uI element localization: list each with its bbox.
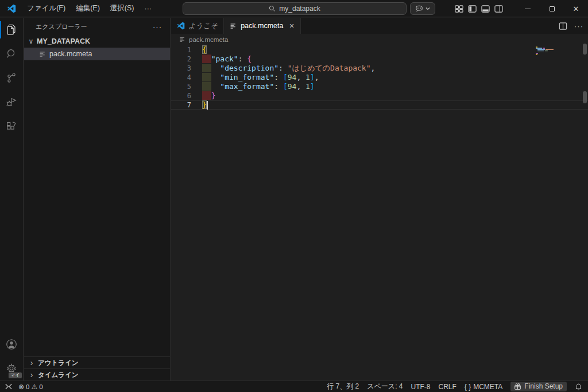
minimize-button[interactable]	[516, 0, 540, 17]
error-count: 0	[26, 383, 29, 390]
code-editor[interactable]: 1{2 "pack": {3 "description": "はじめてのData…	[171, 45, 588, 110]
code-line[interactable]: 4 "min_format": [94, 1],	[171, 73, 588, 82]
titlebar: ファイル(F) 編集(E) 選択(S) ··· ← → my_datapack	[0, 0, 588, 17]
minimap[interactable]	[536, 46, 554, 55]
error-icon: ⊗	[18, 383, 24, 391]
file-lines-icon	[39, 51, 47, 58]
code-line[interactable]: 1{	[171, 45, 588, 55]
file-lines-icon	[179, 36, 186, 43]
close-button[interactable]: ✕	[564, 0, 588, 17]
encoding-indicator[interactable]: UTF-8	[411, 383, 430, 391]
menu-edit[interactable]: 編集(E)	[71, 1, 105, 15]
vscode-window: ファイル(F) 編集(E) 選択(S) ··· ← → my_datapack	[0, 0, 588, 392]
finish-setup-button[interactable]: Finish Setup	[510, 382, 567, 391]
vscode-logo	[7, 4, 16, 13]
breadcrumb[interactable]: pack.mcmeta	[171, 34, 588, 45]
search-value: my_datapack	[279, 5, 320, 13]
section-timeline[interactable]: › タイムライン	[24, 368, 170, 381]
settings-button[interactable]: マイ	[0, 356, 24, 381]
workspace-name: MY_DATAPACK	[37, 37, 90, 45]
line-number: 7	[171, 100, 202, 110]
search-icon	[5, 48, 18, 60]
section-label: アウトライン	[38, 359, 79, 367]
line-number: 1	[171, 45, 202, 55]
activity-source-control[interactable]	[0, 66, 24, 90]
activity-bar: マイ	[0, 18, 24, 381]
overview-ruler-mark	[583, 91, 587, 103]
workspace-root-folder[interactable]: ∨ MY_DATAPACK	[24, 35, 170, 48]
code-line[interactable]: 6 }	[171, 91, 588, 100]
maximize-button[interactable]	[540, 0, 564, 17]
split-editor-icon[interactable]	[559, 22, 567, 30]
code-line[interactable]: 2 "pack": {	[171, 55, 588, 64]
line-number: 3	[171, 64, 202, 73]
indentation-indicator[interactable]: スペース: 4	[367, 382, 403, 391]
line-number: 2	[171, 55, 202, 64]
toggle-panel-icon[interactable]	[481, 5, 490, 13]
tab-label: pack.mcmeta	[241, 22, 283, 30]
activity-run-debug[interactable]	[0, 90, 24, 114]
toggle-primary-sidebar-icon[interactable]	[468, 5, 477, 13]
language-label: MCMETA	[473, 383, 502, 391]
warning-count: 0	[39, 383, 42, 390]
search-icon	[269, 5, 276, 12]
line-number: 6	[171, 91, 202, 100]
profile-badge: マイ	[8, 372, 22, 379]
chevron-down-icon: ∨	[26, 37, 36, 45]
toggle-secondary-sidebar-icon[interactable]	[494, 5, 503, 13]
overview-ruler-mark	[583, 44, 587, 55]
notifications-bell-icon[interactable]	[575, 383, 582, 391]
customize-layout-icon[interactable]	[455, 5, 463, 13]
files-icon	[5, 24, 18, 36]
accounts-button[interactable]	[0, 332, 24, 356]
command-center-search[interactable]: my_datapack	[183, 2, 407, 15]
sidebar-title: エクスプローラー	[36, 22, 149, 31]
remote-indicator-icon[interactable]	[5, 383, 13, 390]
copilot-button[interactable]	[410, 2, 435, 15]
menu-selection[interactable]: 選択(S)	[105, 1, 140, 15]
editor-group: ようこそ pack.mcmeta ✕ ···	[171, 18, 588, 381]
activity-explorer[interactable]	[0, 18, 24, 42]
activity-extensions[interactable]	[0, 114, 24, 138]
source-control-icon	[5, 72, 18, 84]
chevron-down-icon	[425, 7, 430, 10]
vscode-logo-icon	[177, 22, 185, 30]
extensions-icon	[5, 120, 18, 133]
menu-file[interactable]: ファイル(F)	[22, 1, 71, 15]
explorer-sidebar: エクスプローラー ··· ∨ MY_DATAPACK pack.mcmeta ›…	[24, 18, 171, 381]
copilot-icon	[415, 5, 423, 12]
chevron-right-icon: ›	[28, 358, 36, 367]
menu-more[interactable]: ···	[139, 2, 157, 15]
language-mode-indicator[interactable]: { } MCMETA	[465, 383, 502, 391]
code-lines: 1{2 "pack": {3 "description": "はじめてのData…	[171, 45, 588, 110]
line-number: 5	[171, 82, 202, 91]
account-icon	[5, 338, 18, 351]
cursor-position-indicator[interactable]: 行 7、列 2	[327, 382, 359, 391]
text-cursor	[207, 101, 208, 110]
code-line[interactable]: 5 "max_format": [94, 1]	[171, 82, 588, 91]
editor-more-actions[interactable]: ···	[574, 22, 583, 30]
activity-search[interactable]	[0, 42, 24, 66]
file-name: pack.mcmeta	[49, 50, 92, 58]
tab-bar: ようこそ pack.mcmeta ✕ ···	[171, 18, 588, 34]
line-number: 4	[171, 73, 202, 82]
chevron-right-icon: ›	[28, 370, 36, 379]
breadcrumb-file: pack.mcmeta	[189, 36, 228, 43]
tab-pack-mcmeta[interactable]: pack.mcmeta ✕	[224, 18, 301, 34]
braces-icon: { }	[465, 383, 471, 391]
run-debug-icon	[5, 96, 18, 108]
tab-welcome[interactable]: ようこそ	[171, 18, 224, 34]
explorer-more-actions[interactable]: ···	[149, 22, 165, 31]
problems-indicator[interactable]: ⊗ 0 ⚠ 0	[18, 383, 43, 391]
tab-label: ようこそ	[188, 21, 218, 31]
eol-indicator[interactable]: CRLF	[438, 383, 456, 391]
file-pack-mcmeta[interactable]: pack.mcmeta	[24, 48, 170, 60]
status-bar: ⊗ 0 ⚠ 0 行 7、列 2 スペース: 4 UTF-8 CRLF { } M…	[0, 381, 588, 392]
finish-setup-label: Finish Setup	[524, 382, 563, 390]
file-lines-icon	[230, 22, 237, 30]
close-tab-icon[interactable]: ✕	[289, 22, 295, 30]
code-line[interactable]: 7}	[171, 100, 588, 110]
code-line[interactable]: 3 "description": "はじめてのDatapack",	[171, 64, 588, 73]
section-label: タイムライン	[38, 371, 79, 379]
section-outline[interactable]: › アウトライン	[24, 356, 170, 368]
